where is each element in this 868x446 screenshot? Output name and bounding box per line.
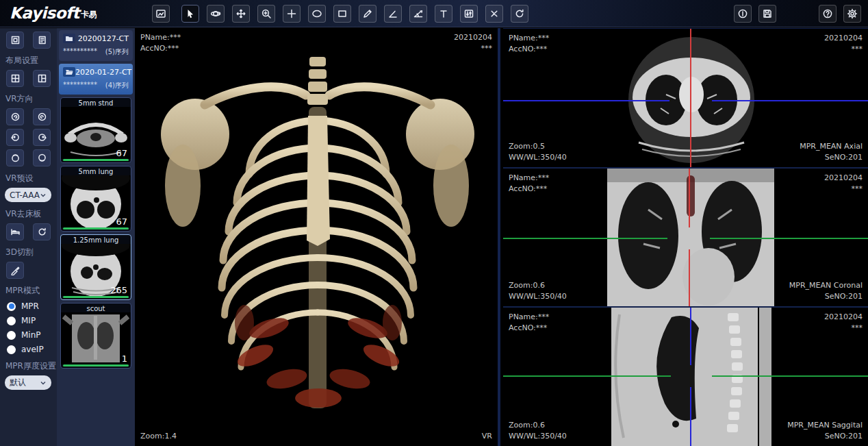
vr-bed-row [0, 223, 57, 240]
layout-single-button[interactable] [6, 32, 24, 49]
ellipse-measure-button[interactable] [308, 5, 326, 23]
vr-head-back-button[interactable] [33, 108, 51, 125]
head-left-icon [10, 132, 21, 143]
vr-viewport[interactable]: PName:*** AccNO:*** 20210204 *** Zoom:1.… [135, 28, 500, 446]
coronal-overlay-zoom: Zoom:0.6 WW/WL:350/40 [509, 280, 567, 302]
2d-view-button[interactable] [152, 5, 170, 23]
rectangle-icon [337, 8, 348, 19]
axial-crosshair-vertical[interactable] [690, 29, 691, 167]
layout-grid-icon [10, 73, 21, 84]
text-icon [438, 8, 449, 19]
head-front-icon [10, 112, 21, 122]
masked-text: *** [454, 43, 492, 54]
mpr-mode-option-label: aveIP [21, 345, 44, 354]
text-annotation-button[interactable] [435, 5, 452, 23]
series-thumbnail-5mm-stnd[interactable]: 5mm stnd 67 [60, 97, 131, 163]
radio-icon[interactable] [7, 317, 16, 325]
rect-measure-button[interactable] [333, 5, 351, 23]
radio-icon[interactable] [7, 345, 16, 354]
vr-head-front-button[interactable] [6, 108, 24, 125]
window-level-text: WW/WL:350/40 [509, 152, 567, 163]
rotate-3d-button[interactable] [207, 5, 225, 23]
series-thumbnail-125mm-lung[interactable]: 1.25mm lung 265 [60, 234, 131, 300]
vr-head-top-button[interactable] [6, 149, 24, 166]
pname-text: PName:*** [509, 312, 549, 323]
mpr-mode-option-minp[interactable]: MinP [0, 330, 57, 340]
cursor-icon [185, 8, 196, 19]
study-date-text: 20210204 [824, 312, 863, 323]
mpr-sagittal-viewport[interactable]: PName:*** AccNO:*** 20210204 *** Zoom:0.… [503, 308, 868, 446]
axial-crosshair-horizontal-left[interactable] [503, 100, 669, 101]
top-toolbar: Kayisoft卡易 [0, 0, 868, 27]
cobb-angle-button[interactable] [409, 5, 427, 23]
save-icon [762, 8, 773, 19]
radio-selected-icon[interactable] [7, 302, 16, 311]
axial-overlay-zoom: Zoom:0.5 WW/WL:350/40 [509, 141, 567, 163]
mpr-mode-option-mpr[interactable]: MPR [0, 301, 57, 311]
mpr-axial-viewport[interactable]: PName:*** AccNO:*** 20210204 *** Zoom:0.… [503, 29, 868, 167]
pencil-icon [362, 8, 373, 19]
zoom-in-button[interactable] [257, 5, 275, 23]
series-number-text: SeNO:201 [800, 152, 863, 163]
layout-grid-button[interactable] [6, 70, 24, 87]
vr-preset-label: VR预设 [0, 173, 57, 184]
study-date-text: 20210204 [454, 32, 492, 43]
window-level-button[interactable] [460, 5, 478, 23]
series-thumbnail-5mm-lung[interactable]: 5mm lung 67 [60, 166, 131, 232]
vr-head-bottom-button[interactable] [33, 149, 51, 166]
vr-preset-select[interactable]: CT-AAA [5, 188, 51, 202]
bed-reset-button[interactable] [33, 223, 51, 240]
series-number-text: SeNO:201 [787, 431, 863, 442]
study-item-2-selected[interactable]: 2020-01-27-CT ********** (4)序列 [59, 64, 133, 95]
ellipse-icon [311, 8, 322, 19]
pname-text: PName:*** [140, 32, 181, 43]
coronal-crosshair-horizontal-right[interactable] [710, 238, 868, 239]
vr-head-left-button[interactable] [6, 129, 24, 146]
folder-icon [63, 34, 75, 43]
info-button[interactable] [734, 5, 752, 23]
layout-split-button[interactable] [33, 70, 51, 87]
logo-text: Kayisoft [10, 4, 79, 22]
vr-head-right-button[interactable] [33, 129, 51, 146]
coronal-crosshair-horizontal-left[interactable] [503, 238, 667, 239]
mpr-mode-option-mip[interactable]: MIP [0, 316, 57, 325]
thumbnail-progress-bar [63, 159, 129, 161]
sagittal-crosshair-horizontal-left[interactable] [503, 375, 671, 377]
head-bottom-icon [37, 153, 47, 163]
save-button[interactable] [758, 5, 776, 23]
series-thumbnail-scout[interactable]: scout 1 [60, 303, 131, 369]
delete-annotation-button[interactable] [485, 5, 503, 23]
coronal-crosshair-vertical-top[interactable] [689, 169, 690, 227]
sagittal-crosshair-vertical-bottom[interactable] [690, 387, 691, 446]
settings-button[interactable] [843, 5, 861, 23]
layout-report-button[interactable] [33, 32, 51, 49]
mpr-coronal-viewport[interactable]: PName:*** AccNO:*** 20210204 *** Zoom:0.… [503, 169, 868, 307]
chevron-down-icon [40, 380, 47, 386]
help-button[interactable] [819, 5, 837, 23]
length-measure-button[interactable] [359, 5, 376, 23]
radio-icon[interactable] [7, 331, 16, 340]
mpr-thickness-select[interactable]: 默认 [5, 375, 51, 390]
pan-button[interactable] [232, 5, 250, 23]
remove-bed-button[interactable] [6, 223, 24, 240]
head-top-icon [10, 153, 21, 163]
sagittal-crosshair-horizontal-right[interactable] [712, 375, 868, 377]
layout-split-icon [37, 73, 47, 84]
sagittal-crosshair-vertical-top[interactable] [690, 308, 691, 365]
cursor-button[interactable] [181, 5, 199, 23]
study-item-1[interactable]: 20200127-CT ********** (5)序列 [59, 30, 133, 61]
thumbnail-image-scout [61, 312, 131, 364]
mpr-mode-option-label: MIP [21, 316, 36, 325]
angle-measure-button[interactable] [384, 5, 402, 23]
pan-icon [235, 8, 246, 19]
coronal-crosshair-vertical-bottom[interactable] [689, 249, 690, 307]
scalpel-button[interactable] [6, 262, 24, 279]
axial-crosshair-horizontal-right[interactable] [712, 100, 868, 101]
tool-group-far-right [819, 5, 861, 23]
study-title: 2020-01-27-CT [75, 68, 131, 77]
mpr-mode-option-aveip[interactable]: aveIP [0, 345, 57, 354]
close-icon [489, 8, 500, 19]
coronal-overlay-patient: PName:*** AccNO:*** [509, 173, 549, 195]
reset-view-button[interactable] [511, 5, 528, 23]
crosshair-button[interactable] [283, 5, 301, 23]
